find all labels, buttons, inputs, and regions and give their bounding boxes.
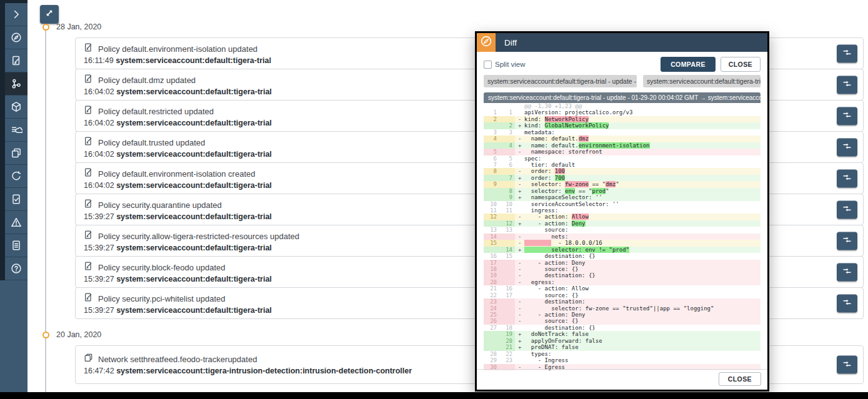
open-diff-button[interactable] (837, 107, 857, 125)
compass-icon (10, 31, 22, 44)
chevron-right-icon (10, 8, 22, 21)
modal-title: Diff (504, 38, 517, 47)
timeline-dot (42, 332, 49, 338)
diff-line: 33metadata: (484, 129, 761, 135)
open-diff-button[interactable] (837, 200, 857, 219)
event-account: system:serviceaccount:tigera-intrusion-d… (116, 367, 412, 375)
help-icon (10, 262, 22, 275)
event-time: 15:39:27 (84, 244, 116, 252)
open-diff-button[interactable] (837, 263, 857, 281)
event-time: 16:04:02 (84, 119, 116, 127)
sidebar-item-document-check[interactable] (5, 188, 27, 211)
event-title: Policy default.trusted updated (98, 138, 205, 147)
open-diff-button[interactable] (837, 294, 857, 312)
right-revision-value: system:serviceaccount:default:tigera-tri… (647, 77, 761, 85)
compare-button[interactable]: COMPARE (661, 57, 716, 72)
diff-line: @@ -1,30 +1,23 @@ (484, 103, 761, 109)
event-time: 15:39:27 (84, 306, 116, 315)
diff-line: 8+ selector: env == "prod" (484, 188, 761, 194)
diff-modal-header: Diff (477, 33, 767, 52)
document-edit-icon (84, 105, 93, 117)
open-diff-button[interactable] (837, 44, 857, 62)
event-account: system:serviceaccount:default:tigera-tri… (116, 119, 272, 127)
event-time: 16:11:49 (84, 56, 116, 65)
compare-arrows-icon (842, 267, 852, 278)
event-account: system:serviceaccount:default:tigera-tri… (116, 244, 272, 252)
diff-line: 5- namespace: storefront (484, 149, 761, 155)
sidebar-filler (0, 280, 27, 392)
document-edit-icon (84, 292, 93, 305)
sidebar-item-chevron-right[interactable] (5, 3, 27, 26)
sidebar-item-copy[interactable] (5, 142, 27, 165)
sidebar-item-help[interactable] (5, 257, 27, 280)
split-view-toggle[interactable]: Split view (484, 61, 526, 69)
diff-line: 17- - action: Deny (484, 260, 761, 266)
diff-line: 2-kind: NetworkPolicy (484, 116, 761, 122)
open-diff-button[interactable] (837, 169, 857, 187)
diff-line: 19- destination: {} (484, 272, 761, 278)
compare-arrows-icon (842, 173, 852, 184)
event-account: system:serviceaccount:default:tigera-tri… (116, 181, 272, 190)
event-account: system:serviceaccount:default:tigera-tri… (116, 87, 272, 96)
compare-arrows-icon (842, 235, 852, 247)
compare-arrows-icon (842, 359, 852, 370)
event-title: Policy security.allow-tigera-restricted-… (98, 232, 299, 241)
diff-line: 9- selector: fw-zone == "dmz" (484, 181, 761, 187)
document-list-icon (10, 239, 22, 252)
compass-logo-icon (479, 34, 494, 51)
event-title: Policy default.restricted updated (98, 107, 214, 116)
diff-line: 9+ namespaceSelector: '' (484, 194, 761, 200)
copy-icon (84, 353, 93, 365)
document-check-icon (10, 193, 22, 205)
diff-line: 19+ doNotTrack: false (484, 331, 761, 337)
cube-icon (10, 101, 22, 113)
sidebar-item-compass[interactable] (5, 26, 27, 49)
sidebar-item-document-edit[interactable] (5, 49, 27, 72)
document-edit-icon (84, 74, 93, 86)
diff-line: 2718 destination: {} (484, 325, 761, 331)
event-account: system:serviceaccount:default:tigera-tri… (116, 212, 272, 221)
diff-modal: Diff Split view COMPARE CLOSE system:ser… (475, 31, 769, 392)
sidebar-item-alert-triangle[interactable] (5, 211, 27, 234)
event-time: 15:39:27 (84, 212, 116, 221)
compare-arrows-icon (842, 79, 852, 91)
timeline-date: 28 Jan, 2020 (56, 21, 864, 31)
diff-line: 1010 serviceAccountSelector: '' (484, 201, 761, 207)
event-account: system:serviceaccount:default:tigera-tri… (116, 150, 272, 159)
left-revision-select[interactable]: system:serviceaccount:default:tigera-tri… (484, 75, 637, 87)
right-revision-select[interactable]: system:serviceaccount:default:tigera-tri… (643, 75, 761, 87)
footer-close-button[interactable]: CLOSE (719, 372, 761, 386)
sidebar-item-storage-cloud[interactable] (5, 119, 27, 142)
event-title: Policy security.block-feodo updated (98, 263, 226, 272)
timeline-dot (42, 24, 49, 31)
diff-line: 12- - action: Allow (484, 214, 761, 220)
footer-divider (477, 369, 767, 370)
document-edit-icon (10, 54, 22, 67)
open-diff-button[interactable] (837, 76, 857, 94)
sidebar-item-network-branch[interactable] (5, 72, 27, 96)
diff-line: 2217 source: {} (484, 292, 761, 298)
left-revision-value: system:serviceaccount:default:tigera-tri… (487, 77, 636, 85)
event-account: system:serviceaccount:default:tigera-tri… (116, 56, 271, 65)
split-view-checkbox[interactable] (484, 61, 492, 69)
diff-line: 20+ applyOnForward: false (484, 338, 761, 344)
open-diff-button[interactable] (837, 356, 857, 374)
event-title: Network setthreatfeed.feodo-trackerupdat… (98, 355, 257, 364)
compare-arrows-icon (842, 142, 852, 153)
sidebar-item-document-list[interactable] (5, 234, 27, 257)
diff-title-bar: system:serviceaccount:default:tigera-tri… (484, 92, 761, 103)
close-button[interactable]: CLOSE (721, 57, 761, 72)
event-title: Policy security.pci-whitelist updated (98, 294, 226, 303)
brand-logo (477, 33, 496, 52)
document-edit-icon (84, 136, 93, 149)
storage-cloud-icon (10, 124, 22, 136)
sidebar-item-cube[interactable] (5, 96, 27, 119)
open-diff-button[interactable] (837, 232, 857, 250)
diff-line: 23- destination: (484, 298, 761, 305)
open-diff-button[interactable] (837, 138, 857, 156)
event-account: system:serviceaccount:default:tigera-tri… (116, 275, 272, 283)
diff-viewer: system:serviceaccount:default:tigera-tri… (484, 92, 761, 370)
diff-line: 20- egress: (484, 279, 761, 285)
sidebar-item-refresh[interactable] (5, 165, 27, 188)
alert-triangle-icon (10, 216, 22, 229)
